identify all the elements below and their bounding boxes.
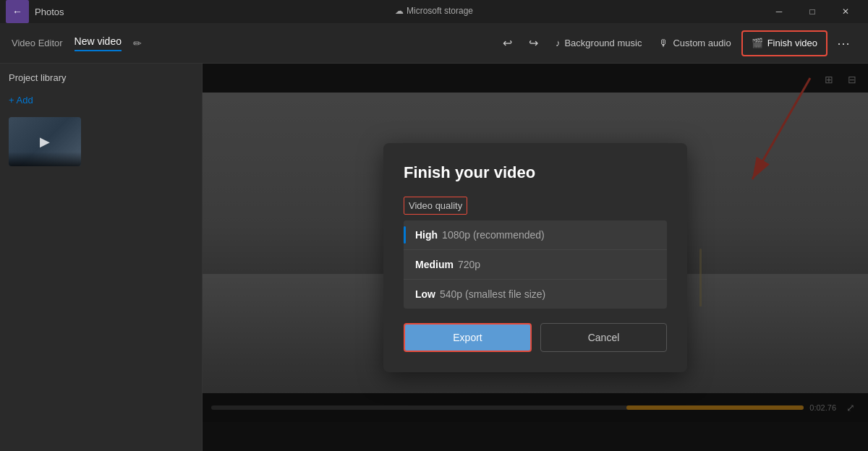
back-button[interactable]: ← bbox=[6, 0, 29, 23]
toolbar-right: ↩ ↪ ♪ Background music 🎙 Custom audio 🎬 … bbox=[496, 30, 856, 56]
modal-overlay: Finish your video Video quality High 108… bbox=[203, 64, 868, 451]
music-icon: ♪ bbox=[556, 38, 561, 48]
left-panel: Project library + Add bbox=[0, 64, 203, 451]
finish-video-modal: Finish your video Video quality High 108… bbox=[383, 143, 687, 372]
add-button[interactable]: + Add bbox=[9, 92, 33, 108]
custom-audio-button[interactable]: 🎙 Custom audio bbox=[652, 30, 738, 56]
media-thumbnail[interactable] bbox=[9, 117, 81, 166]
cloud-icon: ☁ bbox=[395, 6, 404, 16]
quality-option-low[interactable]: Low 540p (smallest file size) bbox=[404, 280, 667, 309]
app-title: Photos bbox=[35, 7, 64, 17]
quality-low-sub: 540p (smallest file size) bbox=[440, 288, 545, 300]
quality-high-sub: 1080p (recommended) bbox=[442, 229, 545, 241]
thumb-bottom bbox=[9, 152, 81, 166]
maximize-button[interactable]: □ bbox=[796, 0, 829, 23]
cancel-button[interactable]: Cancel bbox=[540, 323, 667, 352]
edit-icon[interactable]: ✏ bbox=[133, 38, 142, 49]
quality-option-medium[interactable]: Medium 720p bbox=[404, 250, 667, 280]
toolbar-left: Video Editor New video ✏ bbox=[12, 35, 490, 51]
modal-actions: Export Cancel bbox=[404, 323, 667, 352]
title-bar-left: ← Photos bbox=[6, 0, 64, 23]
more-button[interactable]: ⋯ bbox=[830, 30, 856, 56]
title-bar: ← Photos ☁ Microsoft storage ─ □ ✕ bbox=[0, 0, 868, 23]
export-button[interactable]: Export bbox=[404, 323, 532, 352]
center-area: ⊞ ⊟ 0:02.76 ⤢ bbox=[203, 64, 868, 451]
quality-high-label: High bbox=[415, 229, 438, 241]
finish-video-icon: 🎬 bbox=[752, 38, 763, 48]
media-grid bbox=[9, 117, 193, 166]
background-music-button[interactable]: ♪ Background music bbox=[548, 30, 649, 56]
ms-storage-label: Microsoft storage bbox=[407, 6, 473, 16]
custom-audio-label: Custom audio bbox=[673, 38, 731, 48]
background-music-label: Background music bbox=[564, 38, 642, 48]
quality-option-high[interactable]: High 1080p (recommended) bbox=[404, 220, 667, 250]
active-tab[interactable]: New video bbox=[75, 35, 122, 51]
quality-low-label: Low bbox=[415, 288, 435, 300]
minimize-button[interactable]: ─ bbox=[762, 0, 796, 23]
undo-button[interactable]: ↩ bbox=[496, 32, 519, 55]
finish-video-label: Finish video bbox=[767, 38, 817, 48]
finish-video-button[interactable]: 🎬 Finish video bbox=[741, 30, 827, 56]
ms-storage: ☁ Microsoft storage bbox=[395, 6, 473, 16]
toolbar: Video Editor New video ✏ ↩ ↪ ♪ Backgroun… bbox=[0, 23, 868, 64]
quality-medium-label: Medium bbox=[415, 259, 454, 270]
quality-medium-sub: 720p bbox=[458, 259, 480, 270]
quality-label: Video quality bbox=[404, 197, 467, 215]
audio-icon: 🎙 bbox=[659, 38, 668, 48]
modal-title: Finish your video bbox=[404, 163, 667, 182]
app-label: Video Editor bbox=[12, 38, 63, 48]
quality-options: High 1080p (recommended) Medium 720p Low… bbox=[404, 220, 667, 309]
title-bar-right: ─ □ ✕ bbox=[762, 0, 862, 23]
project-library-title: Project library bbox=[9, 72, 193, 83]
redo-button[interactable]: ↪ bbox=[522, 32, 545, 55]
close-button[interactable]: ✕ bbox=[829, 0, 862, 23]
main-content: Project library + Add ⊞ ⊟ bbox=[0, 64, 868, 451]
